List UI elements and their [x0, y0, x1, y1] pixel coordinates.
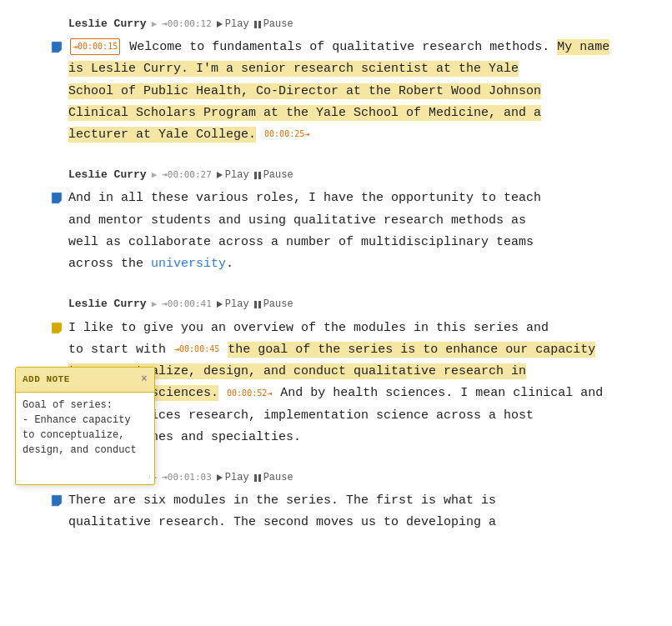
speaker-arrow-1: ▶ — [152, 17, 158, 33]
pause-label-4: Pause — [263, 469, 293, 486]
play-icon-1 — [217, 21, 223, 28]
ts-badge-top-1: ⇥00:00:15 — [70, 38, 120, 55]
add-note-header: ADD NOTE × — [16, 368, 154, 393]
add-note-textarea[interactable] — [16, 393, 154, 459]
segment-1-text: ⇥00:00:15 Welcome to fundamentals of qua… — [68, 37, 672, 146]
segment-1-header: Leslie Curry ▶ ⇥00:00:12 Play Pause — [0, 15, 672, 33]
play-button-3[interactable]: Play — [217, 296, 249, 313]
note-icon-3[interactable] — [50, 321, 63, 334]
controls-4: Play Pause — [217, 469, 293, 486]
segment-1-body: ⇥00:00:15 Welcome to fundamentals of qua… — [0, 37, 672, 146]
note-icon-2[interactable] — [50, 191, 63, 204]
add-note-resize-handle[interactable]: ⌟ — [16, 467, 154, 484]
pause-icon-2 — [254, 172, 261, 179]
timestamp-1[interactable]: ⇥00:00:12 — [162, 17, 212, 33]
segment-2-body: And in all these various roles, I have t… — [0, 188, 672, 275]
highlight-1: My name is Leslie Curry. I'm a senior re… — [68, 39, 609, 143]
ts-inline-3: ⇥00:00:45 — [174, 344, 219, 353]
controls-2: Play Pause — [217, 167, 293, 183]
add-note-title: ADD NOTE — [23, 372, 70, 388]
play-label-4: Play — [225, 469, 249, 486]
pause-button-3[interactable]: Pause — [254, 296, 293, 313]
play-icon-3 — [217, 301, 223, 308]
segment-4-body: There are six modules in the series. The… — [0, 490, 672, 534]
segment-3-text: I like to give you an overview of the mo… — [68, 318, 672, 449]
play-button-2[interactable]: Play — [217, 167, 249, 183]
speaker-name-3: Leslie Curry — [68, 295, 147, 313]
play-label-2: Play — [225, 167, 249, 183]
play-icon-2 — [217, 172, 223, 178]
speaker-arrow-2: ▶ — [152, 168, 158, 183]
segment-1: Leslie Curry ▶ ⇥00:00:12 Play Pause — [0, 8, 672, 153]
play-button-4[interactable]: Play — [217, 469, 249, 486]
segment-2-text: And in all these various roles, I have t… — [68, 188, 672, 275]
play-icon-4 — [217, 474, 223, 481]
ts-end-3: 00:00:52⇥ — [227, 388, 272, 398]
pause-icon-4 — [254, 474, 261, 482]
pause-button-4[interactable]: Pause — [254, 469, 293, 486]
pause-label-1: Pause — [263, 16, 293, 33]
note-icon-1[interactable] — [50, 40, 63, 53]
pause-icon-3 — [254, 301, 261, 308]
controls-1: Play Pause — [217, 16, 293, 33]
speaker-arrow-3: ▶ — [152, 297, 158, 313]
university-link[interactable]: university — [151, 257, 226, 271]
segment-3-header: Leslie Curry ▶ ⇥00:00:41 Play Pause — [0, 295, 672, 313]
play-label-3: Play — [225, 296, 249, 313]
speaker-name-1: Leslie Curry — [68, 15, 147, 33]
pause-icon-1 — [254, 21, 261, 28]
segment-4-text: There are six modules in the series. The… — [68, 490, 672, 534]
timestamp-3[interactable]: ⇥00:00:41 — [162, 297, 212, 313]
timestamp-2[interactable]: ⇥00:00:27 — [162, 168, 212, 183]
timestamp-4[interactable]: ⇥00:01:03 — [162, 470, 212, 486]
pause-label-2: Pause — [263, 167, 293, 183]
add-note-popup: ADD NOTE × ⌟ — [15, 367, 155, 485]
pause-button-2[interactable]: Pause — [254, 167, 293, 183]
controls-3: Play Pause — [217, 296, 293, 313]
pause-label-3: Pause — [263, 296, 293, 313]
segment-2: Leslie Curry ▶ ⇥00:00:27 Play Pause — [0, 159, 672, 282]
transcript-container: Leslie Curry ▶ ⇥00:00:12 Play Pause — [0, 0, 672, 556]
segment-2-header: Leslie Curry ▶ ⇥00:00:27 Play Pause — [0, 166, 672, 184]
pause-button-1[interactable]: Pause — [254, 16, 293, 33]
play-button-1[interactable]: Play — [217, 16, 249, 33]
speaker-name-2: Leslie Curry — [68, 166, 147, 184]
add-note-close-button[interactable]: × — [141, 374, 148, 384]
note-icon-4[interactable] — [50, 493, 63, 507]
play-label-1: Play — [225, 16, 249, 33]
ts-end-1: 00:00:25⇥ — [264, 129, 309, 138]
